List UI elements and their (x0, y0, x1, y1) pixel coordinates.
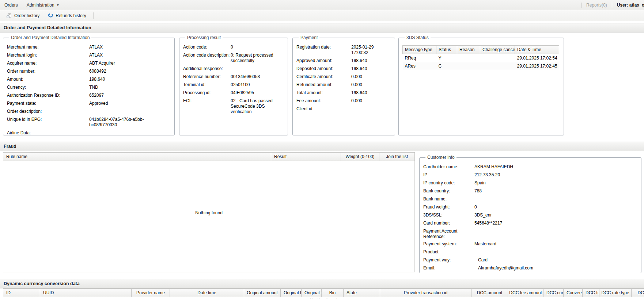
field-label: Client id: (296, 106, 351, 112)
field-value (474, 249, 637, 255)
refunds-history-button[interactable]: Refunds history (44, 11, 89, 20)
field-label: Merchant name: (7, 45, 89, 50)
field-label: Merchant login: (7, 53, 89, 58)
field-value: Mastercard (474, 241, 637, 247)
dcc-col-conversion[interactable]: Conversi (564, 288, 583, 297)
field-label: Authorization Response ID: (7, 93, 89, 98)
field-label: Amount: (7, 77, 89, 82)
field-value (351, 106, 391, 112)
payment-legend: Payment (299, 35, 319, 40)
field-value: 198.640 (89, 77, 171, 82)
field-value: ATLAX (89, 53, 171, 58)
order-history-button[interactable]: Order history (3, 11, 43, 20)
field-value: 0 (474, 204, 637, 210)
threeds-status-legend: 3DS Status (405, 35, 431, 40)
menubar-separator (581, 3, 582, 8)
field-value: 6088492 (89, 69, 171, 74)
menubar-separator (612, 3, 612, 8)
field-value: Approved (89, 101, 171, 106)
dcc-col-original-fee[interactable]: Original f (281, 288, 302, 297)
field-value: Card (474, 257, 637, 263)
dcc-col-dcc-extra[interactable]: DCC (632, 288, 644, 297)
section-header-dcc: Dynamic currency conversion data (0, 279, 644, 288)
threeds-header-row: Message type Status Reason Challenge can… (403, 46, 559, 54)
field-label: Payment way: (423, 257, 474, 263)
cell-message-type: ARes (403, 62, 436, 70)
cell-status: Y (436, 54, 457, 62)
field-label: Terminal id: (183, 82, 231, 88)
refunds-history-icon (48, 13, 53, 19)
dcc-table-header: ID UUID Provider name Date time Original… (3, 288, 644, 297)
dcc-col-dcc-currency[interactable]: DCC curr (543, 288, 564, 297)
field-value: 545648**2217 (474, 221, 637, 226)
order-history-label: Order history (14, 13, 39, 18)
dcc-col-uuid[interactable]: UUID (40, 288, 132, 297)
field-value: TND (89, 85, 171, 90)
current-user-label: User: atlax_op (617, 3, 644, 8)
field-label: 3DS/SSL: (423, 212, 474, 218)
fraud-col-rule-name[interactable]: Rule name (3, 152, 271, 161)
threeds-col-status[interactable]: Status (436, 46, 457, 54)
field-label: Cardholder name: (423, 164, 474, 170)
field-value: 04IF082595 (231, 90, 284, 96)
menu-orders-label: Orders (4, 3, 18, 8)
dcc-col-dcc-rate-type[interactable]: DCC rate type (599, 288, 632, 297)
fraud-col-weight[interactable]: Weight (0-100) (341, 152, 379, 161)
field-label: Fraud weight: (423, 204, 474, 210)
menubar: Orders Administration ▼ Reports(0) User:… (0, 0, 644, 10)
field-label: Card number: (423, 221, 474, 226)
dcc-col-dcc-amount[interactable]: DCC amount (471, 288, 508, 297)
threeds-col-challenge-cancel[interactable]: Challenge cancel (480, 46, 515, 54)
dcc-col-date-time[interactable]: Date time (170, 288, 244, 297)
toolbar-separator (93, 12, 94, 19)
field-value: 212.73.35.20 (474, 172, 637, 178)
field-value: 0.000 (351, 82, 391, 88)
field-value (89, 130, 171, 136)
dcc-col-bin[interactable]: Bin (322, 288, 344, 297)
field-label: Certificate amount: (296, 74, 351, 80)
toolbar: Order history Refunds history (0, 10, 644, 21)
field-value: ABT Acquirer (89, 61, 171, 66)
section-header-fraud-title: Fraud (4, 144, 16, 149)
cell-reason (457, 54, 480, 62)
field-value: ATLAX (89, 45, 171, 50)
field-value: 2025-01-29 17:00:32 (351, 45, 391, 55)
dcc-col-provider-name[interactable]: Provider name (132, 288, 170, 297)
field-label: Bank country: (423, 188, 474, 194)
dcc-col-dcc-fee-amount[interactable]: DCC fee amount (508, 288, 543, 297)
cell-reason (457, 62, 480, 70)
menu-reports[interactable]: Reports(0) (586, 3, 607, 8)
field-value: 3DS_enr (474, 212, 637, 218)
customer-info-fieldset: Customer info Cardholder name:AKRAM HAFA… (419, 155, 641, 273)
dcc-col-provider-transaction-id[interactable]: Provider transaction id (380, 288, 471, 297)
field-label: Acquirer name: (7, 61, 89, 66)
order-info-legend: Order and Payment Detailed Information (9, 35, 91, 40)
threeds-col-datetime[interactable]: Date & Time (515, 46, 559, 54)
field-label: Order number: (7, 69, 89, 74)
dcc-col-id[interactable]: ID (3, 288, 40, 297)
field-label: Deposited amount: (296, 66, 351, 72)
dcc-col-original-amount[interactable]: Original amount (244, 288, 281, 297)
field-label: Airline Data: (7, 130, 89, 136)
menu-administration[interactable]: Administration ▼ (22, 0, 64, 10)
menu-orders[interactable]: Orders (0, 0, 22, 10)
field-value: Akramhafayedh@gmail.com (474, 265, 637, 271)
threeds-col-message-type[interactable]: Message type (403, 46, 436, 54)
dcc-col-state[interactable]: State (344, 288, 380, 297)
dcc-col-dcc-fee[interactable]: DCC fee (583, 288, 599, 297)
field-label: Payment state: (7, 101, 89, 106)
field-value: 788 (474, 188, 637, 194)
dcc-col-original-currency[interactable]: Original c (302, 288, 322, 297)
field-label: Bank name: (423, 196, 474, 202)
field-label: Payment Account Reference: (423, 229, 474, 239)
field-label: Registration date: (296, 45, 351, 55)
fraud-col-result[interactable]: Result (271, 152, 341, 161)
section-header-main-title: Order and Payment Detailed Information (4, 25, 91, 30)
field-value: AKRAM HAFAIEDH (474, 164, 637, 170)
field-label: Payment system: (423, 241, 474, 247)
field-value (474, 196, 637, 202)
threeds-col-reason[interactable]: Reason (457, 46, 480, 54)
cell-status: C (436, 62, 457, 70)
fraud-col-join-the-list[interactable]: Join the list (379, 152, 415, 161)
cell-challenge-cancel (480, 54, 515, 62)
